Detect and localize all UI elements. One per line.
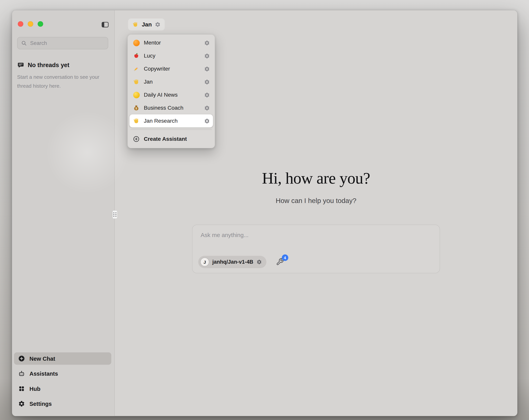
assistant-selector[interactable]: Jan (128, 18, 165, 30)
model-avatar: J (200, 257, 209, 266)
gear-icon[interactable] (204, 40, 210, 46)
minimize-window-button[interactable] (28, 21, 33, 27)
gear-icon[interactable] (204, 66, 210, 72)
menu-item-label: Mentor (144, 40, 161, 46)
empty-state-title: No threads yet (28, 62, 69, 69)
desktop-background: No threads yet Start a new conversation … (0, 0, 529, 420)
empty-state-description: Start a new conversation to see your thr… (17, 72, 110, 90)
menu-item-daily-ai-news[interactable]: Daily AI News (130, 88, 213, 101)
search-icon (21, 40, 27, 46)
yellow-circle-icon (133, 92, 139, 98)
menu-item-mentor[interactable]: Mentor (130, 36, 213, 49)
sidebar-resize-handle[interactable] (112, 210, 118, 219)
menu-item-jan-research[interactable]: Jan Research (130, 114, 213, 127)
zoom-window-button[interactable] (38, 21, 43, 27)
chat-input[interactable] (192, 225, 440, 248)
sidebar-nav: New Chat Assistants Hub Settings (14, 352, 111, 410)
gear-icon[interactable] (256, 259, 262, 265)
menu-item-jan[interactable]: Jan (130, 75, 213, 88)
gear-icon[interactable] (204, 105, 210, 111)
money-bag-icon (133, 104, 140, 111)
apple-icon (133, 52, 140, 59)
menu-item-label: Create Assistant (144, 136, 187, 142)
gear-icon[interactable] (204, 53, 210, 59)
composer-toolbar: J janhq/Jan-v1-4B 4 (198, 256, 284, 268)
window-controls (18, 21, 43, 27)
sidebar-item-label: Hub (29, 385, 40, 392)
menu-item-label: Jan (144, 79, 153, 85)
create-assistant-button[interactable]: Create Assistant (130, 132, 213, 146)
chat-input-card: J janhq/Jan-v1-4B 4 (192, 225, 440, 273)
empty-state: No threads yet Start a new conversation … (17, 62, 110, 90)
sidebar-toggle-icon (101, 21, 109, 29)
sidebar-item-label: Assistants (29, 370, 58, 377)
sidebar: No threads yet Start a new conversation … (12, 10, 115, 416)
model-name: janhq/Jan-v1-4B (212, 259, 253, 265)
menu-item-business-coach[interactable]: Business Coach (130, 101, 213, 114)
gear-icon (18, 400, 25, 407)
gear-icon[interactable] (204, 92, 210, 98)
wave-hand-icon (133, 78, 140, 85)
menu-item-label: Lucy (144, 53, 156, 59)
menu-item-lucy[interactable]: Lucy (130, 49, 213, 62)
orange-circle-icon (133, 40, 139, 46)
model-selector[interactable]: J janhq/Jan-v1-4B (198, 256, 266, 268)
plus-circle-filled-icon (18, 355, 25, 362)
greeting-title: Hi, how are you? (115, 169, 517, 187)
chat-bubble-icon (17, 62, 24, 69)
sidebar-item-new-chat[interactable]: New Chat (14, 352, 111, 365)
wave-hand-icon (132, 21, 139, 27)
sidebar-item-label: Settings (29, 401, 52, 407)
search-field[interactable] (17, 37, 108, 49)
main-area: Jan Mentor Lucy (115, 10, 517, 416)
menu-divider (131, 130, 212, 130)
app-window: No threads yet Start a new conversation … (12, 10, 517, 416)
pencil-icon (133, 65, 140, 72)
menu-item-label: Copywriter (144, 66, 170, 72)
current-assistant-name: Jan (142, 21, 152, 28)
greeting-subtitle: How can I help you today? (115, 197, 517, 205)
wave-hand-icon (133, 117, 140, 124)
plus-circle-icon (133, 135, 140, 142)
gear-icon[interactable] (155, 22, 161, 27)
gear-icon[interactable] (204, 79, 210, 85)
sidebar-item-assistants[interactable]: Assistants (14, 367, 111, 380)
search-input[interactable] (30, 40, 104, 46)
sidebar-item-label: New Chat (29, 355, 55, 362)
menu-item-label: Daily AI News (144, 92, 178, 98)
menu-item-label: Jan Research (144, 118, 178, 124)
menu-item-copywriter[interactable]: Copywriter (130, 62, 213, 75)
menu-item-label: Business Coach (144, 105, 184, 111)
assistant-menu: Mentor Lucy Copywriter (127, 34, 215, 148)
tools-button[interactable]: 4 (276, 258, 284, 266)
tools-count-badge: 4 (282, 255, 288, 261)
grid-icon (18, 385, 25, 392)
sidebar-item-hub[interactable]: Hub (14, 382, 111, 395)
robot-icon (18, 370, 25, 377)
close-window-button[interactable] (18, 21, 23, 27)
sidebar-item-settings[interactable]: Settings (14, 398, 111, 410)
gear-icon[interactable] (204, 118, 210, 124)
sidebar-toggle-button[interactable] (101, 20, 110, 29)
